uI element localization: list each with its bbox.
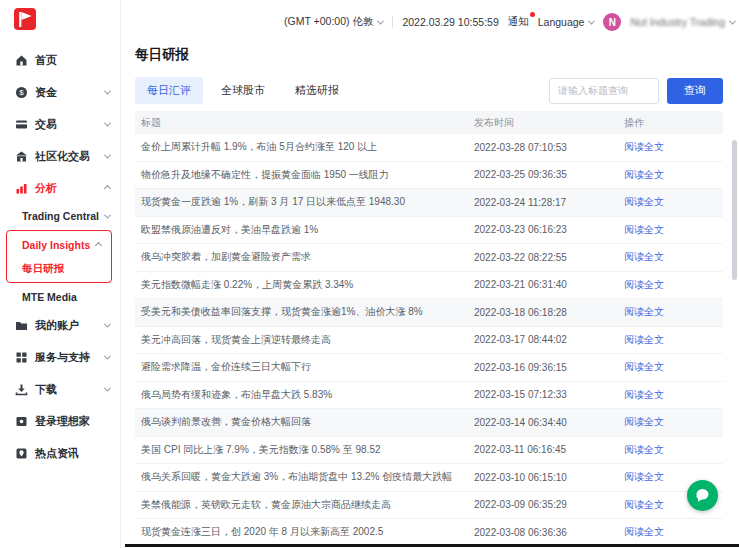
sidebar-item-my-account[interactable]: 我的账户 (0, 309, 120, 341)
report-time: 2022-03-16 09:36:15 (468, 362, 618, 373)
tab-selected-reports[interactable]: 精选研报 (283, 77, 351, 104)
sidebar-item-mte-media[interactable]: MTE Media (0, 285, 120, 309)
search-area: 查询 (549, 78, 723, 104)
tab-daily-review[interactable]: 每日汇评 (135, 77, 203, 104)
sidebar-item-label: Daily Insights (22, 239, 90, 251)
read-full-link[interactable]: 阅读全文 (624, 499, 664, 510)
chevron-down-icon (104, 352, 111, 359)
read-full-link[interactable]: 阅读全文 (624, 279, 664, 290)
report-time: 2022-03-24 11:28:17 (468, 197, 618, 208)
read-full-link[interactable]: 阅读全文 (624, 416, 664, 427)
header-action: 操作 (618, 116, 723, 130)
language-label: Language (538, 16, 585, 28)
chevron-up-icon (95, 241, 102, 248)
sidebar-item-label: 分析 (35, 181, 57, 196)
read-full-link[interactable]: 阅读全文 (624, 471, 664, 482)
report-time: 2022-03-23 06:16:23 (468, 224, 618, 235)
header-title: 标题 (135, 116, 468, 130)
toolbar: 每日汇评 全球股市 精选研报 查询 (135, 77, 723, 104)
table-row: 欧盟禁俄原油遭反对，美油早盘跌逾 1% 2022-03-23 06:16:23 … (135, 217, 723, 245)
table-row: 美禁俄能源，英镑欧元走软，黄金原油大宗商品继续走高 2022-03-09 06:… (135, 492, 723, 520)
sidebar-item-label: 服务与支持 (35, 350, 90, 365)
scrollbar-thumb[interactable] (732, 140, 737, 280)
location-pin-icon (14, 446, 28, 460)
chevron-down-icon (588, 17, 595, 24)
query-button[interactable]: 查询 (667, 78, 723, 104)
search-input[interactable] (549, 78, 659, 104)
sidebar-item-hot-news[interactable]: 热点资讯 (0, 437, 120, 469)
report-title: 现货黄金连涨三日，创 2020 年 8 月以来新高至 2002.5 (135, 525, 468, 539)
read-full-link[interactable]: 阅读全文 (624, 196, 664, 207)
read-full-link[interactable]: 阅读全文 (624, 169, 664, 180)
read-full-link[interactable]: 阅读全文 (624, 334, 664, 345)
chevron-down-icon (104, 384, 111, 391)
sidebar-item-label: Trading Central (22, 210, 99, 222)
sidebar-item-login-lixiangjia[interactable]: 登录理想家 (0, 405, 120, 437)
report-time: 2022-03-22 08:22:55 (468, 252, 618, 263)
chevron-down-icon (104, 119, 111, 126)
app-window: 首页 $ 资金 交易 社区化交易 (0, 0, 739, 548)
user-avatar[interactable]: N (603, 13, 621, 31)
report-time: 2022-03-21 06:31:40 (468, 279, 618, 290)
report-time: 2022-03-17 08:44:02 (468, 334, 618, 345)
report-time: 2022-03-18 06:18:28 (468, 307, 618, 318)
chevron-up-icon (104, 184, 111, 191)
sidebar-item-funds[interactable]: $ 资金 (0, 76, 120, 108)
sidebar-item-daily-report[interactable]: 每日研报 (7, 257, 111, 280)
sidebar-item-home[interactable]: 首页 (0, 44, 120, 76)
table-row: 金价上周累计升幅 1.9%，布油 5月合约涨至 120 以上 2022-03-2… (135, 134, 723, 162)
notifications-button[interactable]: 通知 (508, 15, 529, 29)
read-full-link[interactable]: 阅读全文 (624, 251, 664, 262)
table-row: 美国 CPI 同比上涨 7.9%，美元指数涨 0.58% 至 98.52 202… (135, 437, 723, 465)
report-title: 现货黄金一度跌逾 1%，刷新 3 月 17 日以来低点至 1948.30 (135, 195, 468, 209)
table-header: 标题 发布时间 操作 (135, 111, 723, 134)
sidebar-item-analysis[interactable]: 分析 (0, 172, 120, 204)
read-full-link[interactable]: 阅读全文 (624, 526, 664, 537)
chevron-down-icon (104, 211, 111, 218)
sidebar-item-trading-central[interactable]: Trading Central (0, 204, 120, 228)
read-full-link[interactable]: 阅读全文 (624, 389, 664, 400)
download-icon (14, 382, 28, 396)
read-full-link[interactable]: 阅读全文 (624, 306, 664, 317)
svg-text:$: $ (19, 88, 24, 97)
brand-logo[interactable] (0, 0, 120, 40)
live-chat-button[interactable] (687, 480, 718, 511)
report-title: 避险需求降温，金价连续三日大幅下行 (135, 360, 468, 374)
sidebar-item-services-support[interactable]: 服务与支持 (0, 341, 120, 373)
read-full-link[interactable]: 阅读全文 (624, 141, 664, 152)
chat-bubble-icon (694, 487, 711, 504)
sidebar-item-download[interactable]: 下载 (0, 373, 120, 405)
report-title: 金价上周累计升幅 1.9%，布油 5月合约涨至 120 以上 (135, 140, 468, 154)
read-full-link[interactable]: 阅读全文 (624, 224, 664, 235)
read-full-link[interactable]: 阅读全文 (624, 444, 664, 455)
sidebar: 首页 $ 资金 交易 社区化交易 (0, 0, 121, 548)
sidebar-item-label: 下载 (35, 382, 57, 397)
report-time: 2022-03-28 07:10:53 (468, 142, 618, 153)
sidebar-item-label: 资金 (35, 85, 57, 100)
language-dropdown[interactable]: Language (538, 16, 595, 28)
sidebar-item-label: 我的账户 (35, 318, 79, 333)
topbar: (GMT +00:00) 伦敦 2022.03.29 10:55:59 通知 L… (121, 0, 739, 44)
table-row: 美元冲高回落，现货黄金上演逆转最终走高 2022-03-17 08:44:02 … (135, 327, 723, 355)
report-time: 2022-03-11 06:16:45 (468, 444, 618, 455)
table-row: 现货黄金连涨三日，创 2020 年 8 月以来新高至 2002.5 2022-0… (135, 519, 723, 547)
timezone-dropdown[interactable]: (GMT +00:00) 伦敦 (284, 15, 383, 29)
user-name: Nut Industry Trading (630, 16, 725, 28)
sidebar-item-trade[interactable]: 交易 (0, 108, 120, 140)
report-title: 美禁俄能源，英镑欧元走软，黄金原油大宗商品继续走高 (135, 498, 468, 512)
table-row: 俄乌冲突胶着，加剧黄金避险资产需求 2022-03-22 08:22:55 阅读… (135, 244, 723, 272)
chevron-down-icon (377, 17, 384, 24)
tab-global-stocks[interactable]: 全球股市 (209, 77, 277, 104)
user-menu[interactable]: Nut Industry Trading (630, 16, 735, 28)
report-time: 2022-03-09 06:35:29 (468, 499, 618, 510)
table-row: 物价急升及地缘不确定性，提振黄金面临 1950 一线阻力 2022-03-25 … (135, 162, 723, 190)
report-title: 俄乌谈判前景改善，黄金价格大幅回落 (135, 415, 468, 429)
report-title: 受美元和美债收益率回落支撑，现货黄金涨逾1%、油价大涨 8% (135, 305, 468, 319)
chevron-down-icon (104, 87, 111, 94)
table-row: 俄乌谈判前景改善，黄金价格大幅回落 2022-03-14 06:34:40 阅读… (135, 409, 723, 437)
page-title: 每日研报 (135, 46, 723, 64)
read-full-link[interactable]: 阅读全文 (624, 361, 664, 372)
sidebar-item-community-trading[interactable]: 社区化交易 (0, 140, 120, 172)
report-title: 美元指数微幅走涨 0.22%，上周黄金累跌 3.34% (135, 278, 468, 292)
sidebar-item-daily-insights[interactable]: Daily Insights (7, 233, 111, 257)
